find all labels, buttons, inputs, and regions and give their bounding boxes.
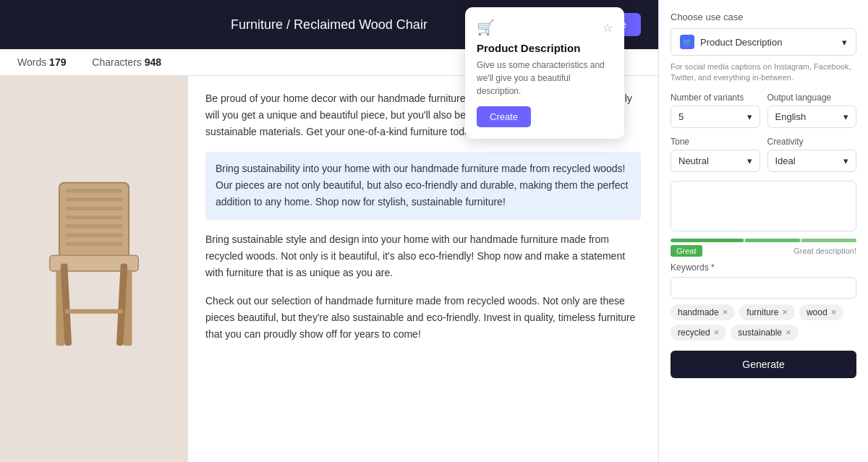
tag-furniture: furniture × <box>739 304 795 320</box>
variants-field: Number of variants 5 ▾ <box>671 93 760 128</box>
creativity-select[interactable]: Ideal ▾ <box>767 150 857 172</box>
progress-labels: Great Great description! <box>671 245 856 257</box>
svg-rect-6 <box>66 233 123 236</box>
svg-rect-4 <box>66 215 123 219</box>
words-count: 179 <box>49 56 66 68</box>
image-panel <box>0 76 188 462</box>
page-title: Furniture / Reclaimed Wood Chair <box>225 17 433 33</box>
chair-image <box>14 170 174 372</box>
tag-furniture-remove[interactable]: × <box>782 307 788 317</box>
svg-rect-0 <box>59 182 129 258</box>
tooltip-description: Give us some characteristics and we'll g… <box>477 59 613 98</box>
cart-icon: 🛒 <box>477 19 495 36</box>
use-case-chevron: ▾ <box>842 37 847 48</box>
right-sidebar: Choose use case 🛒 Product Description ▾ … <box>658 0 868 462</box>
progress-segment-3 <box>801 239 856 242</box>
tone-creativity-row: Tone Neutral ▾ Creativity Ideal ▾ <box>671 137 856 172</box>
tone-select[interactable]: Neutral ▾ <box>671 150 760 172</box>
tooltip-title: Product Description <box>477 42 613 54</box>
use-case-icon: 🛒 <box>680 35 694 49</box>
description-textarea[interactable] <box>671 181 856 231</box>
svg-rect-3 <box>66 206 123 210</box>
progress-bar <box>671 239 856 242</box>
tag-sustainable-remove[interactable]: × <box>786 328 791 337</box>
language-label: Output language <box>767 93 857 103</box>
tag-sustainable: sustainable × <box>731 325 798 341</box>
svg-rect-1 <box>66 189 123 192</box>
svg-rect-5 <box>66 224 123 228</box>
variants-select[interactable]: 5 ▾ <box>671 106 760 128</box>
language-field: Output language English ▾ <box>767 93 857 128</box>
quality-hint: Great description! <box>793 247 856 255</box>
use-case-select[interactable]: 🛒 Product Description ▾ <box>671 28 856 56</box>
keywords-tags: handmade × furniture × wood × recycled ×… <box>671 304 856 341</box>
text-block-4: Check out our selection of handmade furn… <box>205 293 641 343</box>
tag-wood-remove[interactable]: × <box>831 307 837 317</box>
tag-handmade-remove[interactable]: × <box>723 307 728 317</box>
quality-badge: Great <box>671 245 702 257</box>
star-icon[interactable]: ☆ <box>603 21 613 35</box>
variants-label: Number of variants <box>671 93 760 103</box>
progress-segment-2 <box>745 239 800 242</box>
creativity-label: Creativity <box>767 137 857 147</box>
svg-rect-7 <box>66 241 123 245</box>
choose-use-case-label: Choose use case <box>671 12 856 22</box>
svg-rect-2 <box>66 197 123 201</box>
use-case-value: Product Description <box>700 37 782 48</box>
language-select[interactable]: English ▾ <box>767 106 857 128</box>
variants-language-row: Number of variants 5 ▾ Output language E… <box>671 93 856 128</box>
tag-wood: wood × <box>799 304 843 320</box>
chars-label: Characters <box>92 56 141 68</box>
tooltip-popup: 🛒 ☆ Product Description Give us some cha… <box>465 7 624 139</box>
chars-count: 948 <box>145 56 161 68</box>
tone-field: Tone Neutral ▾ <box>671 137 760 172</box>
tag-recycled-remove[interactable]: × <box>714 328 720 337</box>
keywords-input[interactable] <box>671 277 856 299</box>
tooltip-icons: 🛒 <box>477 19 495 36</box>
words-label: Words <box>17 56 46 68</box>
tag-handmade: handmade × <box>671 304 735 320</box>
progress-area: Great Great description! <box>671 239 856 257</box>
tone-label: Tone <box>671 137 760 147</box>
use-case-hint: For social media captions on Instagram, … <box>671 61 856 84</box>
generate-button[interactable]: Generate <box>671 351 856 378</box>
text-block-3: Bring sustainable style and design into … <box>205 231 641 281</box>
progress-segment-1 <box>671 239 744 242</box>
text-block-2-highlighted[interactable]: Bring sustainability into your home with… <box>205 152 641 219</box>
tooltip-header: 🛒 ☆ <box>477 19 613 36</box>
tooltip-create-button[interactable]: Create <box>477 106 531 127</box>
svg-rect-13 <box>65 309 124 313</box>
keywords-label: Keywords * <box>671 262 856 273</box>
creativity-field: Creativity Ideal ▾ <box>767 137 857 172</box>
tag-recycled: recycled × <box>671 325 726 341</box>
